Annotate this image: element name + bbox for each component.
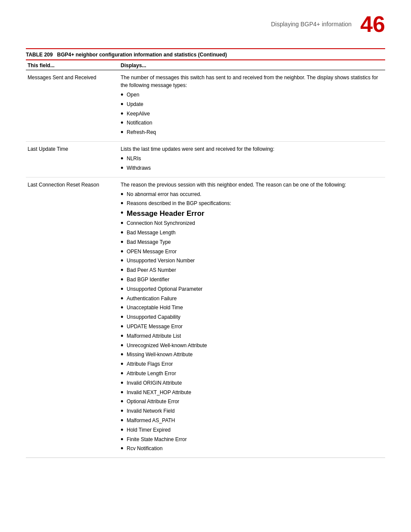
bullet-text: Reasons described in the BGP specificati… (127, 199, 385, 207)
list-item: •Bad Message Length (121, 229, 385, 237)
bullet-text: Update (127, 100, 385, 108)
bullet-text: Open (127, 91, 385, 99)
bullet-text: Authentication Failure (127, 295, 385, 302)
bullet-text: Unacceptable Hold Time (127, 304, 385, 311)
list-item-attribute-length-error: •Attribute Length Error (121, 370, 385, 378)
bullet-dot: • (121, 119, 127, 128)
bullet-text: Missing Well-known Attribute (127, 351, 385, 358)
bullet-text: Connection Not Synchronized (127, 219, 385, 227)
bullet-text: Unsupported Capability (127, 313, 385, 321)
bullet-text: Notification (127, 119, 385, 127)
bullet-dot: • (121, 323, 127, 331)
bullet-text: OPEN Message Error (127, 248, 385, 255)
bullet-text: Invalid NEXT_HOP Attribute (127, 389, 385, 396)
bullet-dot: • (121, 445, 127, 453)
last-update-intro: Lists the last time updates were sent an… (121, 145, 385, 153)
list-item: •NLRIs (121, 155, 385, 163)
list-item-hold-expired: •Hold Timer Expired (121, 426, 385, 435)
table-section: TABLE 209 BGP4+ neighbor configuration i… (26, 48, 385, 458)
bullet-dot: • (121, 219, 127, 228)
list-item: •Bad Message Type (121, 238, 385, 247)
bullet-dot: • (121, 313, 127, 322)
bullet-dot: • (121, 342, 127, 350)
bullet-dot: • (121, 370, 127, 378)
bullet-dot: • (121, 285, 127, 294)
list-item: •Refresh-Req (121, 128, 385, 137)
list-item: •Update (121, 100, 385, 109)
bullet-dot: • (121, 398, 127, 406)
list-item: •Connection Not Synchronized (121, 219, 385, 228)
bullet-text: UPDATE Message Error (127, 323, 385, 330)
list-item: •Open (121, 91, 385, 100)
list-item: •No abnormal error has occurred. (121, 190, 385, 199)
bullet-text: Malformed Attribute List (127, 332, 385, 340)
bullet-dot: • (121, 295, 127, 303)
display-cell-last-update: Lists the last time updates were sent an… (121, 145, 385, 174)
bullet-text: KeepAlive (127, 110, 385, 118)
bullet-dot: • (121, 155, 127, 163)
bullet-dot: • (121, 276, 127, 284)
bullet-text: Attribute Flags Error (127, 360, 385, 368)
bullet-text: Invalid ORIGIN Attribute (127, 379, 385, 387)
messages-bullet-list: •Open •Update •KeepAlive •Notification •… (121, 91, 385, 137)
page-header: Displaying BGP4+ information 46 (26, 13, 385, 35)
table-header-row: This field... Displays... (26, 60, 385, 70)
display-cell-reset-reason: The reason the previous session with thi… (121, 181, 385, 454)
bullet-dot: • (121, 389, 127, 397)
field-cell-reset-reason: Last Connection Reset Reason (26, 181, 121, 454)
bullet-dot: • (121, 229, 127, 237)
list-item: •Malformed AS_PATH (121, 417, 385, 425)
bullet-text: Bad Message Length (127, 229, 385, 236)
bullet-text: NLRIs (127, 155, 385, 162)
bullet-text: Unsupported Version Number (127, 257, 385, 264)
list-item-message-header-error: •Message Header Error (121, 209, 385, 218)
bullet-dot: • (121, 417, 127, 425)
list-item: •Unsupported Version Number (121, 257, 385, 265)
bullet-dot: • (121, 164, 127, 173)
display-cell-messages: The number of messages this switch has s… (121, 74, 385, 138)
bullet-text: Bad Peer AS Number (127, 266, 385, 274)
bullet-text: Bad Message Type (127, 238, 385, 246)
list-item: •Malformed Attribute List (121, 332, 385, 341)
list-item: •Notification (121, 119, 385, 128)
list-item: •Unsupported Optional Parameter (121, 285, 385, 294)
bullet-text: Invalid Network Field (127, 407, 385, 415)
bullet-dot: • (121, 100, 127, 109)
col-header-displays: Displays... (121, 62, 385, 68)
list-item: •Attribute Flags Error (121, 360, 385, 369)
reset-reason-bullet-list: •No abnormal error has occurred. •Reason… (121, 190, 385, 454)
list-item: •Unsupported Capability (121, 313, 385, 322)
page-container: Displaying BGP4+ information 46 TABLE 20… (0, 0, 411, 532)
table-title-row: TABLE 209 BGP4+ neighbor configuration i… (26, 48, 385, 60)
bullet-dot: • (121, 238, 127, 247)
bullet-dot: • (121, 266, 127, 275)
header-subtitle: Displaying BGP4+ information (271, 21, 352, 28)
bullet-text: Refresh-Req (127, 128, 385, 136)
bullet-dot: • (121, 248, 127, 256)
reset-reason-intro: The reason the previous session with thi… (121, 181, 385, 189)
bullet-dot: • (121, 304, 127, 312)
bullet-dot: • (121, 360, 127, 369)
bullet-dot: • (121, 436, 127, 444)
bullet-dot: • (121, 199, 127, 208)
messages-intro: The number of messages this switch has s… (121, 74, 385, 89)
list-item: •Withdraws (121, 164, 385, 173)
col-header-field: This field... (26, 62, 121, 68)
list-item: •Invalid NEXT_HOP Attribute (121, 389, 385, 397)
table-title: BGP4+ neighbor configuration information… (57, 52, 227, 58)
list-item: •UPDATE Message Error (121, 323, 385, 331)
list-item-optional-attribute-error: •Optional Attribute Error (121, 398, 385, 406)
bullet-text: Optional Attribute Error (127, 398, 385, 405)
bullet-dot: • (121, 91, 127, 100)
bullet-dot: • (121, 407, 127, 416)
list-item: •Bad BGP Identifier (121, 276, 385, 284)
bullet-dot: • (121, 257, 127, 265)
bullet-text: Rcv Notification (127, 445, 385, 452)
bullet-text: Malformed AS_PATH (127, 417, 385, 424)
bullet-text: Hold Timer Expired (127, 426, 385, 434)
bullet-dot: • (121, 332, 127, 341)
list-item: •Reasons described in the BGP specificat… (121, 199, 385, 208)
bullet-dot: • (121, 190, 127, 199)
list-item: •Bad Peer AS Number (121, 266, 385, 275)
bullet-dot: • (121, 128, 127, 137)
